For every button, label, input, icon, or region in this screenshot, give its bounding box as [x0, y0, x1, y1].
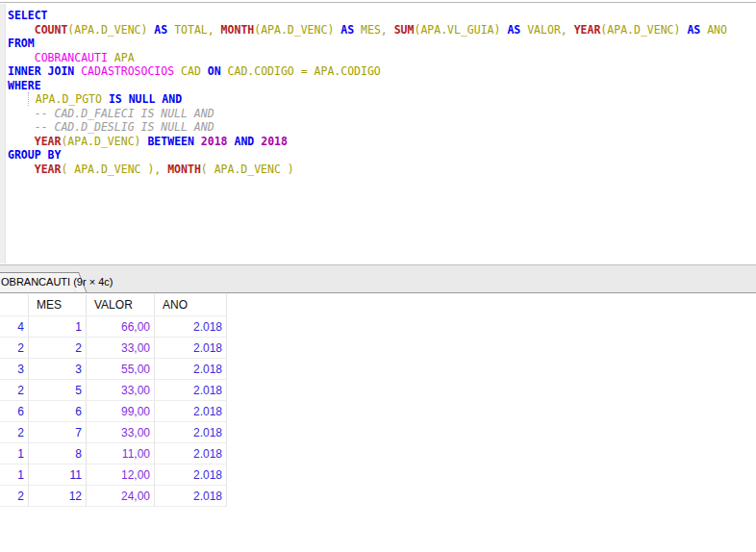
code-token: 2018	[261, 135, 288, 148]
grid-cell[interactable]: 2.018	[155, 338, 227, 359]
grid-cell[interactable]: 12,00	[87, 464, 155, 486]
grid-cell[interactable]: 2.018	[155, 486, 227, 507]
grid-header-row: MESVALORANO	[0, 294, 227, 316]
grid-cell[interactable]: 6	[0, 401, 29, 422]
code-token	[8, 120, 35, 134]
code-token: (APA.VL_GUIA)	[414, 23, 500, 37]
grid-cell[interactable]: 5	[29, 380, 87, 401]
code-token: COBRANCAUTI	[35, 51, 108, 64]
grid-body: 4166,002.0182233,002.0183355,002.0182533…	[0, 316, 227, 507]
code-token	[194, 135, 201, 148]
code-line: GROUP BY	[8, 148, 727, 163]
table-row: 4166,002.018	[0, 316, 227, 338]
code-line: YEAR( APA.D_VENC ), MONTH( APA.D_VENC )	[8, 163, 727, 177]
table-row: 3355,002.018	[0, 359, 227, 380]
sql-code[interactable]: SELECT COUNT(APA.D_VENC) AS TOTAL, MONTH…	[8, 9, 727, 176]
code-token: AND	[234, 135, 254, 148]
code-line: SELECT	[8, 9, 727, 23]
column-header-valor[interactable]: VALOR	[87, 294, 155, 316]
code-token: SUM	[394, 23, 415, 37]
code-token	[8, 23, 35, 37]
code-token: YEAR	[574, 23, 601, 37]
grid-cell[interactable]: 1	[0, 443, 29, 464]
grid-cell[interactable]: 2	[0, 422, 29, 443]
column-header-ano[interactable]: ANO	[155, 294, 227, 316]
grid-cell[interactable]: 11,00	[87, 443, 155, 464]
code-token: MONTH	[221, 23, 255, 37]
grid-cell[interactable]: 1	[0, 464, 29, 486]
code-line: FROM	[8, 37, 727, 51]
grid-cell[interactable]: 66,00	[87, 316, 155, 338]
code-line: YEAR(APA.D_VENC) BETWEEN 2018 AND 2018	[8, 135, 727, 149]
editor-gutter	[0, 4, 6, 263]
grid-cell[interactable]: 6	[29, 401, 87, 422]
grid-cell[interactable]: 33,00	[87, 380, 155, 401]
sql-ide-window: SELECT COUNT(APA.D_VENC) AS TOTAL, MONTH…	[0, 0, 756, 552]
grid-cell[interactable]: 2.018	[155, 380, 227, 401]
grid-cell[interactable]: 2.018	[155, 316, 227, 338]
code-token	[28, 92, 36, 106]
code-token	[8, 107, 35, 120]
code-token: SELECT	[8, 9, 48, 22]
code-token: ON	[208, 64, 221, 78]
code-token: APA	[108, 51, 135, 64]
code-token: YEAR	[35, 135, 62, 148]
grid-cell[interactable]: 2	[0, 338, 29, 359]
grid-cell[interactable]: 55,00	[87, 359, 155, 380]
code-line: COUNT(APA.D_VENC) AS TOTAL, MONTH(APA.D_…	[8, 23, 727, 38]
code-line: COBRANCAUTI APA	[8, 51, 727, 65]
code-token: AS	[154, 23, 167, 37]
table-row: 1811,002.018	[0, 443, 227, 464]
table-row: 6699,002.018	[0, 401, 227, 422]
table-row: 2733,002.018	[0, 422, 227, 443]
code-token: COUNT	[35, 23, 68, 37]
grid-cell[interactable]: 2	[0, 380, 29, 401]
code-token: AS	[687, 23, 700, 37]
code-token: -- CAD.D_FALECI IS NULL AND	[35, 107, 214, 120]
code-line: INNER JOIN CADASTROSOCIOS CAD ON CAD.COD…	[8, 64, 727, 79]
code-token: TOTAL,	[167, 23, 220, 37]
code-token: ( APA.D_VENC )	[201, 163, 294, 176]
grid-cell[interactable]: 8	[29, 443, 87, 464]
grid-cell[interactable]: 12	[29, 486, 87, 507]
table-row: 21224,002.018	[0, 486, 227, 507]
grid-cell[interactable]: 2	[29, 338, 87, 359]
column-header-mes[interactable]: MES	[29, 294, 87, 316]
code-token: BETWEEN	[147, 135, 193, 148]
grid-cell[interactable]: 3	[29, 359, 87, 380]
results-grid: MESVALORANO 4166,002.0182233,002.0183355…	[0, 294, 227, 507]
code-token: -- CAD.D_DESLIG IS NULL AND	[35, 120, 214, 134]
grid-cell[interactable]: 11	[29, 464, 87, 486]
code-token: (APA.D_VENC)	[600, 23, 680, 37]
grid-cell[interactable]: 2.018	[155, 359, 227, 380]
grid-cell[interactable]: 33,00	[87, 338, 155, 359]
code-token	[8, 51, 35, 64]
column-header-total[interactable]	[0, 294, 29, 316]
results-tab-label: OBRANCAUTI (9r × 4c)	[1, 272, 113, 292]
code-token	[8, 135, 35, 148]
grid-cell[interactable]: 2	[0, 486, 29, 507]
code-token: ( APA.D_VENC ),	[61, 163, 167, 176]
code-token: (APA.D_VENC)	[67, 23, 147, 37]
grid-cell[interactable]: 33,00	[87, 422, 155, 443]
code-token: ANO	[700, 23, 727, 37]
grid-cell[interactable]: 99,00	[87, 401, 155, 422]
code-line: WHERE	[8, 79, 727, 93]
code-token: MONTH	[167, 163, 201, 176]
grid-cell[interactable]: 4	[0, 316, 29, 338]
code-token: AS	[507, 23, 520, 37]
code-token: AS	[340, 23, 354, 37]
grid-cell[interactable]: 2.018	[155, 422, 227, 443]
grid-cell[interactable]: 2.018	[155, 464, 227, 486]
code-token: IS NULL AND	[109, 92, 182, 106]
grid-cell[interactable]: 1	[29, 316, 87, 338]
grid-cell[interactable]: 2.018	[155, 401, 227, 422]
code-token: FROM	[8, 37, 35, 50]
results-tab[interactable]: OBRANCAUTI (9r × 4c)	[0, 271, 91, 292]
code-token: YEAR	[35, 163, 62, 176]
sql-editor[interactable]: SELECT COUNT(APA.D_VENC) AS TOTAL, MONTH…	[0, 2, 756, 263]
grid-cell[interactable]: 2.018	[155, 443, 227, 464]
grid-cell[interactable]: 24,00	[87, 486, 155, 507]
grid-cell[interactable]: 7	[29, 422, 87, 443]
grid-cell[interactable]: 3	[0, 359, 29, 380]
